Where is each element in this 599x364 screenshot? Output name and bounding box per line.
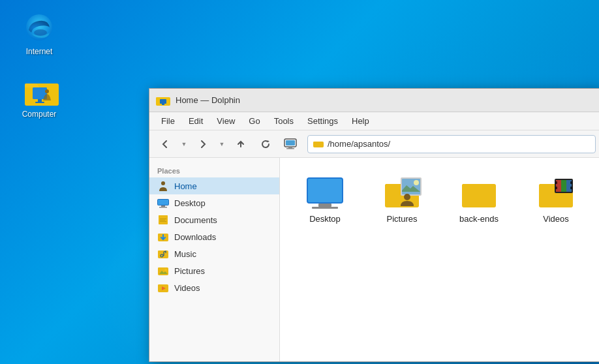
sidebar-documents-label: Documents	[174, 215, 217, 225]
titlebar: Home — Dolphin	[149, 89, 599, 112]
toolbar: ▼ ▼	[149, 130, 599, 158]
desktop-file-icon	[305, 176, 345, 210]
svg-rect-21	[158, 200, 168, 205]
sidebar-item-music[interactable]: Music	[149, 245, 279, 262]
svg-point-1	[34, 29, 47, 36]
sidebar-item-home[interactable]: Home	[149, 177, 279, 194]
computer-folder-icon	[23, 76, 55, 107]
documents-sidebar-icon	[157, 215, 169, 225]
reload-button[interactable]	[255, 134, 276, 154]
reload-icon	[260, 139, 271, 149]
svg-rect-60	[570, 181, 572, 184]
menu-file[interactable]: File	[156, 115, 180, 127]
svg-rect-32	[158, 250, 168, 258]
svg-point-48	[404, 194, 410, 200]
file-item-backends[interactable]: back-ends	[447, 171, 511, 229]
music-sidebar-icon	[157, 249, 169, 259]
svg-rect-18	[313, 142, 324, 147]
sidebar-item-videos[interactable]: Videos	[149, 279, 279, 296]
svg-rect-34	[158, 267, 168, 275]
forward-icon	[198, 139, 208, 149]
computer-icon-item[interactable]: Computer	[13, 76, 65, 119]
pictures-file-icon	[382, 176, 422, 210]
address-path: /home/apsantos/	[328, 139, 390, 149]
sidebar-home-label: Home	[174, 181, 197, 191]
back-icon	[160, 139, 170, 149]
sidebar-videos-label: Videos	[174, 283, 200, 293]
svg-rect-16	[286, 148, 294, 149]
up-button[interactable]	[230, 134, 251, 154]
sidebar-item-pictures[interactable]: Pictures	[149, 262, 279, 279]
sidebar-section-places: Places	[149, 163, 279, 177]
svg-rect-26	[160, 219, 166, 219]
home-sidebar-icon	[157, 181, 169, 191]
svg-point-8	[45, 89, 49, 93]
backends-file-label: back-ends	[459, 214, 499, 224]
up-icon	[236, 139, 246, 149]
svg-rect-59	[555, 187, 557, 189]
svg-rect-7	[35, 102, 44, 103]
desktop-icons: Internet Computer	[13, 13, 65, 119]
svg-rect-28	[160, 221, 166, 222]
sidebar-downloads-label: Downloads	[174, 232, 216, 242]
content-area: Places Home Desktop	[149, 158, 599, 361]
videos-sidebar-icon	[157, 282, 169, 293]
pictures-file-label: Pictures	[387, 214, 418, 224]
dolphin-window: Home — Dolphin File Edit View Go Tools S…	[149, 88, 599, 362]
svg-rect-23	[159, 207, 167, 208]
svg-rect-41	[318, 204, 331, 207]
file-item-desktop[interactable]: Desktop	[293, 171, 357, 229]
menu-tools[interactable]: Tools	[269, 115, 299, 127]
svg-point-35	[164, 269, 167, 271]
titlebar-icon	[156, 95, 170, 106]
menu-settings[interactable]: Settings	[302, 115, 343, 127]
sidebar-desktop-label: Desktop	[174, 198, 206, 208]
pictures-sidebar-icon	[157, 265, 169, 276]
svg-point-19	[161, 181, 165, 185]
svg-rect-40	[308, 179, 342, 202]
back-button[interactable]	[155, 134, 176, 154]
backends-file-icon	[459, 176, 499, 210]
internet-icon-item[interactable]: Internet	[13, 13, 65, 56]
videos-file-icon	[536, 176, 576, 210]
sidebar-item-desktop[interactable]: Desktop	[149, 194, 279, 211]
forward-dropdown[interactable]: ▼	[217, 134, 226, 154]
forward-button[interactable]	[192, 134, 213, 154]
sidebar-pictures-label: Pictures	[174, 266, 205, 276]
svg-rect-11	[160, 99, 166, 104]
address-folder-icon	[313, 140, 324, 148]
svg-rect-14	[286, 140, 295, 145]
menubar: File Edit View Go Tools Settings Help	[149, 112, 599, 130]
file-item-videos[interactable]: Videos	[524, 171, 588, 229]
computer-label: Computer	[22, 110, 57, 119]
menu-go[interactable]: Go	[243, 115, 265, 127]
svg-rect-12	[162, 104, 164, 105]
back-dropdown[interactable]: ▼	[179, 134, 189, 154]
svg-rect-50	[462, 184, 496, 207]
menu-help[interactable]: Help	[346, 115, 375, 127]
monitor-button[interactable]	[280, 134, 301, 154]
monitor-icon	[284, 138, 297, 150]
internet-label: Internet	[26, 47, 53, 56]
file-area: Desktop Pictures	[280, 158, 599, 361]
svg-rect-15	[288, 147, 292, 148]
videos-file-label: Videos	[543, 214, 569, 224]
svg-rect-42	[312, 207, 338, 209]
svg-rect-56	[561, 180, 566, 192]
titlebar-title: Home — Dolphin	[176, 95, 240, 105]
menu-edit[interactable]: Edit	[183, 115, 208, 127]
sidebar-item-documents[interactable]: Documents	[149, 211, 279, 228]
file-item-pictures[interactable]: Pictures	[370, 171, 434, 229]
edge-icon	[23, 13, 55, 44]
titlebar-left: Home — Dolphin	[156, 95, 240, 106]
sidebar-item-downloads[interactable]: Downloads	[149, 228, 279, 245]
desktop-sidebar-icon	[157, 198, 169, 208]
downloads-sidebar-icon	[157, 232, 169, 242]
svg-rect-61	[570, 187, 572, 189]
address-bar[interactable]: /home/apsantos/	[307, 135, 596, 153]
svg-point-47	[414, 180, 419, 185]
svg-rect-27	[160, 220, 165, 220]
svg-rect-58	[555, 181, 557, 184]
menu-view[interactable]: View	[211, 115, 240, 127]
svg-rect-6	[38, 99, 42, 102]
